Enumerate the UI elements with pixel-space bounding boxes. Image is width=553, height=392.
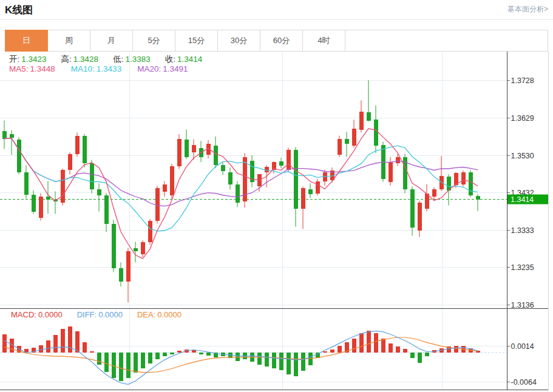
- macd-bar: [301, 353, 305, 371]
- candle-body: [90, 163, 94, 190]
- candle-body: [374, 120, 378, 146]
- candle-body: [104, 195, 109, 223]
- candle-body: [148, 221, 152, 242]
- candle-body: [2, 131, 7, 139]
- candle-body: [10, 134, 14, 138]
- candle-body: [359, 112, 364, 130]
- macd-bar: [359, 333, 364, 353]
- candle-body: [301, 188, 305, 208]
- macd-bar: [454, 346, 458, 353]
- ohlc-row-item: 高:1.3428: [61, 54, 99, 65]
- macd-bar: [272, 353, 276, 368]
- candle-body: [97, 189, 101, 195]
- candle-body: [177, 139, 182, 166]
- candle-body: [39, 197, 43, 218]
- candle-body: [221, 165, 225, 171]
- candles-layer: [2, 80, 480, 302]
- macd-bar: [119, 353, 123, 381]
- candle-body: [163, 184, 167, 192]
- candle-body: [418, 203, 422, 231]
- candle-body: [352, 129, 356, 146]
- candle-body: [119, 268, 123, 281]
- macd-bar: [126, 353, 131, 378]
- candle-body: [192, 145, 196, 152]
- macd-bar: [418, 353, 422, 363]
- axis-label: -0.0064: [511, 378, 537, 387]
- candle-body: [447, 177, 451, 191]
- macd-bar: [134, 353, 138, 373]
- ohlc-row-item: 低:1.3383: [113, 54, 151, 65]
- ohlc-readout: 开:1.3423高:1.3428低:1.3383收:1.3414: [9, 54, 202, 65]
- macd-bar: [90, 351, 94, 353]
- candle-body: [126, 251, 131, 282]
- macd-bar: [279, 353, 283, 370]
- candle-body: [345, 139, 349, 144]
- macd-bar: [83, 342, 87, 353]
- macd-bar: [155, 353, 160, 359]
- candle-body: [338, 139, 342, 155]
- macd-bar: [308, 353, 313, 365]
- macd-bar: [257, 353, 262, 365]
- ma-readout: MA5:1.3448MA10:1.3433MA20:1.3491: [9, 64, 188, 73]
- axis-label: 1.3629: [511, 114, 534, 123]
- macd-bar: [46, 340, 50, 353]
- macd-bar: [425, 353, 429, 356]
- candle-body: [432, 189, 436, 196]
- axis-label: 1.3728: [511, 76, 534, 85]
- candle-body: [461, 172, 466, 184]
- macd-bar: [104, 353, 109, 372]
- ohlc-row-item: 收:1.3414: [165, 54, 203, 65]
- macd-bar: [265, 353, 269, 367]
- macd-bar: [403, 349, 407, 353]
- candle-body: [265, 167, 269, 172]
- macd-bar: [39, 345, 43, 353]
- macd-bar: [381, 339, 385, 353]
- macd-bar: [330, 350, 334, 353]
- macd-bar: [294, 353, 298, 376]
- macd-bar: [338, 346, 342, 353]
- candle-body: [170, 166, 174, 196]
- candle-body: [24, 172, 29, 195]
- macd-histogram: [2, 326, 480, 381]
- macd-bar: [206, 353, 211, 356]
- candle-body: [32, 195, 36, 212]
- macd-bar: [323, 351, 327, 353]
- axis-label: 1.3136: [511, 301, 534, 309]
- macd-bar: [163, 353, 167, 356]
- candle-body: [294, 150, 298, 208]
- macd-bar: [61, 329, 65, 353]
- macd-bar: [2, 334, 7, 353]
- macd-row-item: DEA:0.0000: [137, 310, 182, 319]
- macd-bar: [170, 353, 174, 354]
- ma-row-item: MA5:1.3448: [9, 64, 55, 73]
- candle-body: [134, 248, 138, 251]
- macd-bar: [177, 351, 182, 353]
- candle-body: [308, 189, 313, 194]
- candle-body: [236, 184, 240, 203]
- axis-label: 1.3235: [511, 263, 534, 272]
- kline-page: { "header": { "title": "K线图", "link_labe…: [0, 0, 553, 392]
- axis-label: 1.3530: [511, 152, 534, 160]
- macd-bar: [68, 326, 72, 353]
- macd-bar: [53, 335, 58, 353]
- candle-body: [476, 196, 480, 200]
- last-price-badge-value: 1.3414: [511, 195, 534, 204]
- macd-row-item: DIFF:0.0000: [77, 310, 123, 319]
- macd-bar: [374, 333, 378, 353]
- candle-body: [68, 154, 72, 170]
- candle-body: [112, 224, 116, 269]
- macd-bar: [148, 353, 152, 363]
- candle-body: [279, 161, 283, 166]
- candle-body: [287, 150, 291, 170]
- macd-bar: [236, 353, 240, 361]
- macd-row-item: MACD:0.0000: [11, 310, 63, 319]
- candle-body: [410, 189, 415, 228]
- candle-body: [214, 146, 218, 166]
- macd-bar: [97, 353, 101, 365]
- axis-label: 1.3333: [511, 226, 534, 235]
- candle-body: [141, 242, 145, 254]
- ma-row-item: MA10:1.3433: [71, 64, 121, 73]
- candle-body: [17, 140, 21, 172]
- macd-bar: [367, 331, 371, 353]
- candle-body: [396, 157, 400, 163]
